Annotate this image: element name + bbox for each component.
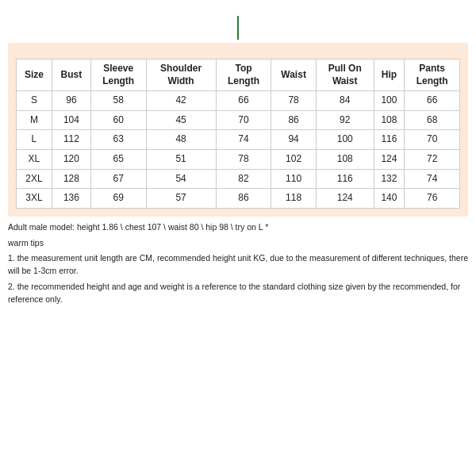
table-cell: 108 xyxy=(374,110,405,130)
table-cell: 54 xyxy=(146,169,216,189)
table-cell: 136 xyxy=(52,189,90,209)
table-cell: 2XL xyxy=(17,169,52,189)
table-header-cell: Size xyxy=(17,60,52,91)
top-line-decoration xyxy=(237,16,239,40)
table-cell: L xyxy=(17,130,52,150)
table-cell: XL xyxy=(17,149,52,169)
table-cell: M xyxy=(17,110,52,130)
table-row: XL12065517810210812472 xyxy=(17,149,460,169)
table-cell: 140 xyxy=(374,189,405,209)
table-cell: 86 xyxy=(216,189,271,209)
table-cell: 57 xyxy=(146,189,216,209)
table-cell: 66 xyxy=(405,91,460,111)
table-header-cell: SleeveLength xyxy=(90,60,146,91)
table-header-cell: ShoulderWidth xyxy=(146,60,216,91)
table-cell: 82 xyxy=(216,169,271,189)
table-cell: 74 xyxy=(405,169,460,189)
page-container: SizeBustSleeveLengthShoulderWidthTopLeng… xyxy=(0,0,476,476)
table-cell: 45 xyxy=(146,110,216,130)
table-cell: 60 xyxy=(90,110,146,130)
size-chart-table: SizeBustSleeveLengthShoulderWidthTopLeng… xyxy=(16,59,460,209)
table-cell: 67 xyxy=(90,169,146,189)
table-cell: 68 xyxy=(405,110,460,130)
table-header-cell: Bust xyxy=(52,60,90,91)
table-cell: 86 xyxy=(271,110,317,130)
table-cell: 118 xyxy=(271,189,317,209)
table-cell: 92 xyxy=(316,110,374,130)
table-cell: 84 xyxy=(316,91,374,111)
table-cell: 128 xyxy=(52,169,90,189)
table-cell: 70 xyxy=(405,130,460,150)
table-cell: 116 xyxy=(374,130,405,150)
table-row: L1126348749410011670 xyxy=(17,130,460,150)
table-cell: 78 xyxy=(216,149,271,169)
table-cell: 3XL xyxy=(17,189,52,209)
table-cell: 120 xyxy=(52,149,90,169)
table-header-cell: Waist xyxy=(271,60,317,91)
table-header-cell: TopLength xyxy=(216,60,271,91)
table-cell: 66 xyxy=(216,91,271,111)
table-header-row: SizeBustSleeveLengthShoulderWidthTopLeng… xyxy=(17,60,460,91)
table-row: 2XL12867548211011613274 xyxy=(17,169,460,189)
tip1: 1. the measurement unit length are CM, r… xyxy=(8,252,468,278)
table-cell: 124 xyxy=(374,149,405,169)
table-cell: S xyxy=(17,91,52,111)
table-header-cell: Pull OnWaist xyxy=(316,60,374,91)
table-cell: 108 xyxy=(316,149,374,169)
table-cell: 51 xyxy=(146,149,216,169)
table-cell: 124 xyxy=(316,189,374,209)
table-cell: 104 xyxy=(52,110,90,130)
tip2: 2. the recommended height and age and we… xyxy=(8,281,468,306)
table-row: S96584266788410066 xyxy=(17,91,460,111)
table-row: 3XL13669578611812414076 xyxy=(17,189,460,209)
table-header-cell: PantsLength xyxy=(405,60,460,91)
table-cell: 65 xyxy=(90,149,146,169)
table-cell: 110 xyxy=(271,169,317,189)
table-cell: 100 xyxy=(374,91,405,111)
table-cell: 63 xyxy=(90,130,146,150)
table-cell: 94 xyxy=(271,130,317,150)
size-chart-container: SizeBustSleeveLengthShoulderWidthTopLeng… xyxy=(8,43,468,217)
notes-section: Adult male model: height 1.86 \ chest 10… xyxy=(8,221,468,309)
table-cell: 76 xyxy=(405,189,460,209)
table-cell: 132 xyxy=(374,169,405,189)
table-cell: 102 xyxy=(271,149,317,169)
table-cell: 112 xyxy=(52,130,90,150)
table-cell: 72 xyxy=(405,149,460,169)
table-cell: 78 xyxy=(271,91,317,111)
table-row: M104604570869210868 xyxy=(17,110,460,130)
table-cell: 58 xyxy=(90,91,146,111)
table-cell: 74 xyxy=(216,130,271,150)
table-cell: 116 xyxy=(316,169,374,189)
model-note: Adult male model: height 1.86 \ chest 10… xyxy=(8,221,468,234)
table-cell: 42 xyxy=(146,91,216,111)
warm-tips: warm tips xyxy=(8,237,468,250)
table-cell: 96 xyxy=(52,91,90,111)
table-cell: 69 xyxy=(90,189,146,209)
table-cell: 48 xyxy=(146,130,216,150)
table-cell: 100 xyxy=(316,130,374,150)
table-header-cell: Hip xyxy=(374,60,405,91)
table-cell: 70 xyxy=(216,110,271,130)
